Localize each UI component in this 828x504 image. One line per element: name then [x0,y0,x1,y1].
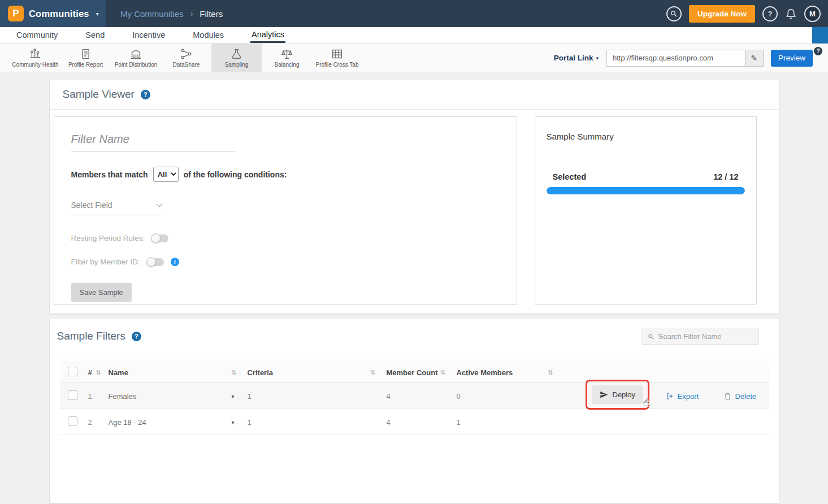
top-bar: P Communities ▾ My Communities › Filters… [0,0,828,27]
member-id-toggle[interactable] [147,258,164,266]
report-document-icon [80,48,92,60]
toolbar-item-datashare[interactable]: DataShare [161,44,211,72]
column-label-active-members: Active Members [457,368,513,377]
row-name-caret-icon[interactable]: ▾ [231,419,234,425]
filter-name-input[interactable] [71,131,235,151]
column-header-criteria[interactable]: Criteria ⇅ [243,368,382,377]
row-checkbox[interactable] [68,390,77,400]
portal-link-dropdown[interactable]: Portal Link ▾ [554,54,599,62]
portal-link-group: Portal Link ▾ ✎ Preview [554,44,813,72]
questionpro-logo: P [8,6,24,21]
chevron-down-icon [156,201,162,207]
row-actions-cell: Deploy Export [560,383,769,409]
toolbar-item-profile-report[interactable]: Profile Report [60,44,111,72]
row-name-caret-icon[interactable]: ▾ [231,393,234,399]
toolbar-item-label: Sampling [225,62,249,68]
column-label-num: # [88,368,92,377]
product-name: Communities [29,8,89,19]
toolbar-item-profile-cross-tab[interactable]: Profile Cross Tab [312,44,362,72]
breadcrumb-separator-icon: › [190,9,193,18]
sample-filters-help-icon[interactable]: ? [132,332,141,341]
sort-icon[interactable]: ⇅ [548,369,553,376]
select-field-dropdown[interactable]: Select Field [71,201,161,215]
row-name-cell: Females ▾ [104,392,243,401]
toolbar-item-balancing[interactable]: Balancing [262,44,312,72]
preview-button[interactable]: Preview [771,50,813,67]
upgrade-now-button[interactable]: Upgrade Now [689,5,755,23]
sample-viewer-title: Sample Viewer [63,88,135,101]
row-criteria: 1 [243,418,382,427]
row-name: Females [109,392,137,401]
user-avatar[interactable]: M [804,6,821,22]
row-checkbox-cell [60,416,83,428]
row-active-members: 0 [452,392,560,401]
resting-period-row: Resting Period Rules: [71,234,500,242]
help-button[interactable]: ? [762,6,778,21]
tab-modules[interactable]: Modules [192,27,225,43]
row-member-count: 4 [382,392,452,401]
column-header-name[interactable]: Name ⇅ [104,368,243,377]
sort-icon[interactable]: ⇅ [231,369,236,376]
breadcrumb-my-communities[interactable]: My Communities [120,9,184,19]
sample-summary-panel: Sample Summary Selected 12 / 12 [535,116,757,305]
tab-send[interactable]: Send [84,27,106,43]
edit-url-button[interactable]: ✎ [745,50,764,67]
export-button[interactable]: Export [666,392,699,401]
bell-icon [785,8,797,20]
match-suffix-label: of the following conditions: [184,170,287,179]
select-all-checkbox[interactable] [68,367,77,376]
search-button[interactable] [666,6,682,21]
toolbar-item-label: DataShare [173,62,200,68]
selected-count: 12 / 12 [713,172,738,181]
sample-filters-card: Sample Filters ? # ⇅ Name ⇅ [50,319,779,503]
match-condition-select[interactable]: All [153,167,179,182]
paper-plane-icon [600,390,608,399]
sample-viewer-body: Members that match All of the following … [50,110,779,314]
page-content: Sample Viewer ? Members that match All o… [0,72,828,503]
column-header-member-count[interactable]: Member Count ⇅ [382,368,452,377]
filter-row-females[interactable]: 1 Females ▾ 1 4 0 Deploy [60,383,769,409]
sample-viewer-card: Sample Viewer ? Members that match All o… [50,80,779,314]
toolbar-item-community-health[interactable]: Community Health [10,44,60,72]
sample-filters-table: # ⇅ Name ⇅ Criteria ⇅ Member Count ⇅ [60,362,769,435]
row-criteria: 1 [243,392,382,401]
toolbar-item-sampling[interactable]: Sampling [211,44,262,72]
filter-search-input[interactable] [658,332,753,341]
filter-row-age-18-24[interactable]: 2 Age 18 - 24 ▾ 1 4 1 [60,409,769,435]
notifications-button[interactable] [785,8,797,20]
filter-search-box [641,328,759,345]
tab-incentive[interactable]: Incentive [131,27,166,43]
save-sample-button[interactable]: Save Sample [71,283,132,302]
row-checkbox[interactable] [68,416,77,426]
toolbar-item-point-distribution[interactable]: Point Distribution [111,44,161,72]
sort-icon[interactable]: ⇅ [440,369,445,376]
tab-community[interactable]: Community [15,27,59,43]
row-actions-cell [560,409,769,435]
info-icon[interactable]: i [171,258,179,266]
toolbar-item-label: Balancing [275,62,300,68]
grid-table-icon [331,48,343,60]
column-header-num[interactable]: # ⇅ [83,368,104,377]
column-header-active-members[interactable]: Active Members ⇅ [452,368,560,377]
pencil-icon: ✎ [751,54,758,63]
match-condition-row: Members that match All of the following … [71,167,500,182]
product-switcher[interactable]: P Communities ▾ [0,0,106,27]
row-num: 2 [83,418,104,427]
sample-viewer-help-icon[interactable]: ? [141,90,150,99]
sort-icon[interactable]: ⇅ [370,369,375,376]
sort-icon[interactable]: ⇅ [96,369,101,376]
delete-button[interactable]: Delete [723,392,757,401]
row-name: Age 18 - 24 [109,418,146,427]
selected-row: Selected 12 / 12 [547,172,745,181]
toolbar-help-badge[interactable]: ? [814,47,822,55]
row-num: 1 [83,392,104,401]
breadcrumb: My Communities › Filters [120,9,223,19]
tab-analytics[interactable]: Analytics [250,27,285,43]
deploy-button[interactable]: Deploy [592,385,643,404]
resting-period-toggle[interactable] [151,234,168,242]
caret-down-icon: ▾ [96,11,99,17]
portal-url-input[interactable] [606,50,745,67]
row-checkbox-cell [60,390,83,402]
side-panel-toggle[interactable] [812,27,828,44]
caret-down-icon: ▾ [596,55,599,61]
